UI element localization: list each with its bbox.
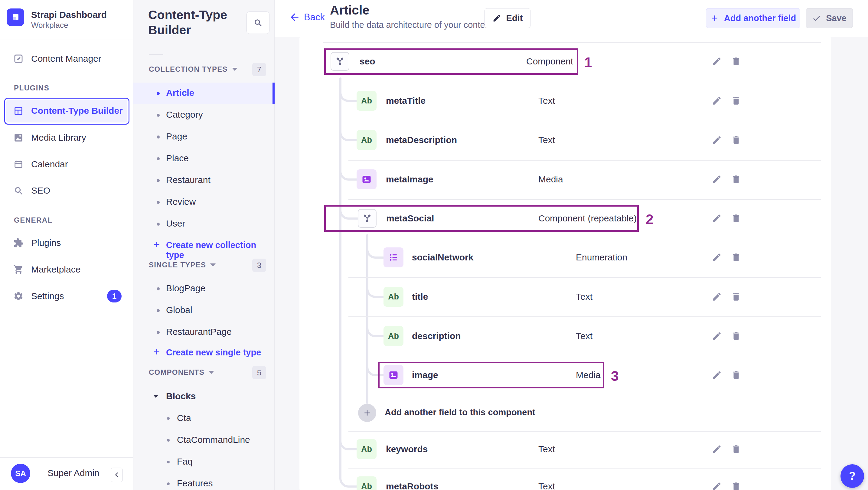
edit-field-button[interactable] (711, 95, 723, 107)
trash-icon (731, 56, 741, 66)
chevron-down-icon (209, 371, 214, 374)
text-field-icon: Ab (383, 326, 403, 346)
general-heading: GENERAL (14, 216, 53, 224)
field-type: Media (576, 369, 601, 381)
single-types-heading[interactable]: SINGLE TYPES (149, 261, 216, 269)
field-name: metaSocial (386, 213, 434, 224)
pencil-icon (712, 96, 722, 106)
collection-types-heading[interactable]: COLLECTION TYPES (149, 65, 238, 73)
components-group-blocks[interactable]: Blocks (133, 386, 275, 408)
add-another-field-button[interactable]: Add another field (706, 8, 800, 28)
collection-types-count: 7 (252, 63, 266, 76)
divider (348, 160, 821, 161)
builder-title: Content-Type Builder (148, 7, 242, 37)
pencil-icon (712, 481, 722, 490)
plus-icon (152, 347, 161, 358)
trash-icon (731, 174, 741, 184)
grid-icon (13, 106, 24, 116)
active-accent-bar (273, 83, 275, 104)
collection-item-page[interactable]: Page (133, 126, 275, 148)
edit-field-button[interactable] (711, 443, 723, 455)
magnifier-icon (13, 185, 24, 196)
single-item-blogpage[interactable]: BlogPage (133, 278, 275, 300)
sidebar-item-marketplace[interactable]: Marketplace (0, 259, 133, 280)
save-button[interactable]: Save (806, 8, 853, 28)
main-content: Back Article Build the data architecture… (275, 0, 868, 490)
delete-field-button[interactable] (730, 330, 742, 342)
edit-field-button[interactable] (711, 291, 723, 303)
single-item-global[interactable]: Global (133, 300, 275, 321)
delete-field-button[interactable] (730, 212, 742, 224)
bullet-icon (167, 461, 170, 463)
add-field-to-component-button[interactable] (358, 404, 376, 422)
edit-field-button[interactable] (711, 134, 723, 146)
component-item-features[interactable]: Features (133, 473, 275, 490)
divider (149, 55, 163, 55)
collection-item-category[interactable]: Category (133, 104, 275, 126)
delete-field-button[interactable] (730, 251, 742, 264)
help-button[interactable]: ? (840, 464, 864, 488)
edit-field-button[interactable] (711, 173, 723, 185)
component-item-ctacommandline[interactable]: CtaCommandLine (133, 429, 275, 451)
collection-item-review[interactable]: Review (133, 191, 275, 213)
field-type: Text (538, 95, 555, 106)
collection-item-user[interactable]: User (133, 213, 275, 235)
user-name: Super Admin (48, 468, 99, 478)
field-type: Enumeration (576, 252, 627, 263)
field-name: metaTitle (386, 95, 426, 106)
edit-field-button[interactable] (711, 55, 723, 67)
edit-field-button[interactable] (711, 369, 723, 381)
component-item-faq[interactable]: Faq (133, 451, 275, 473)
media-field-icon (383, 365, 403, 385)
field-type: Component (repeatable) (538, 213, 637, 224)
bullet-icon (157, 223, 160, 226)
field-name: image (412, 369, 438, 381)
trash-icon (731, 370, 741, 380)
collection-item-restaurant[interactable]: Restaurant (133, 170, 275, 191)
create-single-type-link[interactable]: Create new single type (133, 343, 275, 362)
sidebar-item-label: Content-Type Builder (31, 105, 123, 116)
sidebar-item-settings[interactable]: Settings 1 (0, 285, 133, 307)
chevron-down-icon (232, 68, 238, 71)
delete-field-button[interactable] (730, 134, 742, 146)
calendar-icon (13, 159, 24, 170)
search-button[interactable] (247, 11, 270, 34)
create-collection-type-link[interactable]: Create new collection type (133, 236, 275, 255)
bullet-icon (157, 92, 160, 95)
add-field-to-component-label[interactable]: Add another field to this component (385, 407, 535, 418)
single-item-restaurantpage[interactable]: RestaurantPage (133, 321, 275, 343)
delete-field-button[interactable] (730, 95, 742, 107)
delete-field-button[interactable] (730, 55, 742, 67)
sidebar-item-media-library[interactable]: Media Library (0, 127, 133, 148)
pencil-icon (712, 174, 722, 184)
collapse-sidebar-button[interactable] (111, 468, 123, 482)
delete-field-button[interactable] (730, 291, 742, 303)
field-type: Text (576, 330, 592, 342)
sidebar-item-seo[interactable]: SEO (0, 180, 133, 201)
edit-button[interactable]: Edit (485, 8, 530, 28)
tree-elbow (366, 277, 383, 298)
edit-field-button[interactable] (711, 212, 723, 224)
edit-field-button[interactable] (711, 480, 723, 490)
avatar[interactable]: SA (11, 464, 30, 483)
delete-field-button[interactable] (730, 443, 742, 455)
sidebar-item-label: Media Library (31, 132, 86, 143)
sidebar-item-content-manager[interactable]: Content Manager (0, 48, 133, 69)
sidebar-item-label: Plugins (31, 238, 61, 248)
annotation-number-2: 2 (646, 211, 654, 227)
sidebar-item-calendar[interactable]: Calendar (0, 154, 133, 175)
delete-field-button[interactable] (730, 369, 742, 381)
collection-item-place[interactable]: Place (133, 148, 275, 170)
edit-field-button[interactable] (711, 251, 723, 264)
sidebar-item-plugins[interactable]: Plugins (0, 232, 133, 253)
delete-field-button[interactable] (730, 173, 742, 185)
bullet-icon (157, 201, 160, 204)
delete-field-button[interactable] (730, 480, 742, 490)
collection-item-article[interactable]: Article (133, 83, 275, 104)
component-item-cta[interactable]: Cta (133, 408, 275, 429)
edit-field-button[interactable] (711, 330, 723, 342)
components-heading[interactable]: COMPONENTS (149, 368, 214, 376)
check-icon (812, 13, 821, 23)
trash-icon (731, 213, 741, 223)
back-link[interactable]: Back (289, 11, 325, 23)
